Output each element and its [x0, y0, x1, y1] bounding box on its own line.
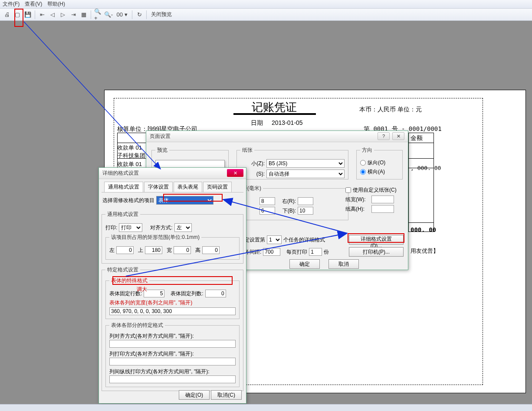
col-print-input[interactable]: [109, 358, 236, 365]
orientation-legend: 方向: [360, 147, 374, 154]
rect-w-label: 宽: [167, 247, 172, 254]
paper-group: 纸张 小(Z): B5 (JIS) (S): 自动选择: [236, 147, 348, 179]
rect-l-input[interactable]: [116, 246, 134, 254]
task-gap-input[interactable]: [263, 248, 280, 256]
detail-tabs: 通用格式设置 字体设置 表头表尾 页码设置: [102, 182, 243, 192]
voucher-date: 2013-01-05: [272, 119, 303, 126]
rect-legend: 该项目所占用的矩形范围(单位:0.1mm): [109, 234, 201, 241]
status-bar: [0, 404, 532, 411]
margin-right-input[interactable]: [298, 197, 313, 205]
print-label: 打印:: [105, 224, 117, 232]
landscape-radio[interactable]: [360, 169, 366, 175]
col-align-input[interactable]: [109, 340, 236, 348]
page-setup-title-text: 页面设置: [150, 133, 171, 140]
margin-top-input[interactable]: [259, 207, 275, 215]
landscape-label: 横向(A): [368, 168, 385, 176]
perpage-unit: 份: [324, 248, 329, 256]
task-index-select[interactable]: 1: [267, 235, 282, 244]
last-page-icon[interactable]: ⇥: [69, 10, 78, 19]
zoom-dropdown[interactable]: 00 ▾: [115, 10, 129, 19]
help-icon[interactable]: ?: [378, 132, 390, 140]
paper-height-label: 纸高(H):: [345, 206, 370, 213]
rect-t-label: 上: [138, 247, 143, 254]
voucher-footer-right: 用友优普】: [410, 247, 439, 255]
menu-file[interactable]: 文件(F): [3, 0, 20, 8]
portrait-radio[interactable]: [360, 160, 366, 166]
colwidth-input[interactable]: [109, 307, 236, 315]
general-format-legend: 通用格式设置: [105, 211, 140, 218]
perpage-input[interactable]: [309, 248, 322, 256]
rect-group: 该项目所占用的矩形范围(单位:0.1mm) 左 上 宽 高: [105, 234, 240, 260]
tab-headfoot[interactable]: 表头表尾: [174, 182, 202, 192]
fixcol-label: 表体固定列数:: [171, 290, 203, 297]
portrait-label: 纵向(O): [368, 159, 385, 166]
new-icon[interactable]: ▢: [13, 10, 22, 19]
body-parts-group: 表体各部分的特定格式 列对齐方式(各对齐方式间用", "隔开): 列打印方式(各…: [105, 322, 240, 387]
specific-format-group: 特定格式设置 表体的特殊格式 表体固定行数: 表体固定列数: 表体各列的宽度(各…: [102, 266, 243, 391]
close-icon[interactable]: ✕: [227, 169, 243, 177]
menu-help[interactable]: 帮助(H): [47, 0, 65, 8]
page-setup-ok-button[interactable]: 确定: [289, 259, 320, 269]
perpage-label: 每页打印: [286, 248, 307, 256]
tab-pagenum[interactable]: 页码设置: [203, 182, 232, 192]
rect-w-input[interactable]: [174, 246, 191, 254]
col-vline-label: 列间纵线打印方式(各对齐方式间用", "隔开):: [109, 368, 236, 375]
printer-button[interactable]: 打印机(P)...: [349, 247, 404, 257]
paper-source-select[interactable]: 自动选择: [266, 170, 345, 178]
task-label-b: 个任务的详细格式: [283, 236, 325, 244]
margin-left-input[interactable]: [259, 197, 275, 205]
paper-height-input[interactable]: [371, 205, 394, 213]
multi-page-icon[interactable]: ▦: [79, 10, 88, 19]
orientation-group: 方向 纵向(O) 横向(A): [356, 147, 403, 179]
align-label: 对齐方式:: [150, 224, 172, 232]
paper-size-label: 小(Z):: [240, 160, 265, 167]
margins-group: 距(毫米) : 右(R): : 下(B):: [236, 185, 348, 220]
col-align-label: 列对齐方式(各对齐方式间用", "隔开):: [109, 333, 236, 340]
first-page-icon[interactable]: ⇤: [38, 10, 46, 19]
page-setup-title: 页面设置 ? ✕: [146, 131, 408, 142]
tab-general[interactable]: 通用格式设置: [104, 182, 143, 192]
print-select[interactable]: 打印: [119, 223, 142, 232]
body-format-group: 表体的特殊格式 表体固定行数: 表体固定列数: 表体各列的宽度(各列之间用", …: [105, 277, 240, 319]
task-gap-label: 务间距:: [244, 248, 261, 256]
general-format-group: 通用格式设置 打印: 打印 对齐方式: 左 该项目所占用的矩形范围(单位:0.1…: [102, 211, 243, 264]
detail-format-button[interactable]: 详细格式设置(D)...: [349, 235, 404, 245]
rect-h-input[interactable]: [202, 246, 220, 254]
print-icon[interactable]: 🖨: [3, 10, 11, 19]
fixcol-input[interactable]: [205, 290, 226, 297]
voucher-title-underline: [233, 113, 316, 115]
col-vline-input[interactable]: [109, 375, 236, 383]
paper-legend: 纸张: [240, 147, 254, 154]
paper-width-label: 纸宽(W):: [345, 196, 370, 203]
refresh-icon[interactable]: ↻: [135, 10, 144, 19]
select-item-dropdown[interactable]: 表体: [156, 196, 213, 205]
prev-page-icon[interactable]: ◁: [48, 10, 57, 19]
paper-width-input[interactable]: [371, 196, 394, 203]
custom-paper-label: 使用自定义纸张(C): [353, 186, 397, 194]
margin-bottom-input[interactable]: [298, 207, 313, 215]
next-page-icon[interactable]: ▷: [59, 10, 67, 19]
custom-paper-checkbox[interactable]: [345, 187, 351, 193]
colwidth-label: 表体各列的宽度(各列之间用", "隔开): [109, 300, 192, 306]
detail-ok-button[interactable]: 确定(O): [179, 390, 210, 400]
page-setup-cancel-button[interactable]: 取消: [328, 259, 359, 269]
align-select[interactable]: 左: [174, 223, 192, 232]
tab-font[interactable]: 字体设置: [144, 182, 173, 192]
zoom-in-icon[interactable]: 🔍+: [94, 10, 102, 19]
body-annot: 表体的特殊格式: [111, 277, 148, 284]
voucher-currency: 本币：人民币 单位：元: [359, 106, 422, 114]
margin-right-label: 右(R):: [277, 198, 296, 205]
annotation-tiaoda: 调大: [137, 286, 147, 293]
close-preview-button[interactable]: 关闭预览: [151, 11, 172, 18]
menu-view[interactable]: 查看(V): [25, 0, 42, 8]
paper-size-select[interactable]: B5 (JIS): [266, 159, 345, 168]
margin-bottom-label: 下(B):: [277, 207, 296, 215]
rect-t-input[interactable]: [145, 246, 162, 254]
detail-cancel-button[interactable]: 取消(C): [211, 390, 242, 400]
close-icon[interactable]: ✕: [392, 132, 404, 140]
toolbar: 🖨 ▢ 💾 ⇤ ◁ ▷ ⇥ ▦ 🔍+ 🔍- 00 ▾ ↻ 关闭预览: [0, 9, 532, 21]
save-icon[interactable]: 💾: [23, 10, 32, 19]
zoom-out-icon[interactable]: 🔍-: [104, 10, 113, 19]
select-item-label: 选择需修改格式的项目: [102, 197, 154, 204]
detail-title-text: 详细的格式设置: [102, 170, 139, 177]
